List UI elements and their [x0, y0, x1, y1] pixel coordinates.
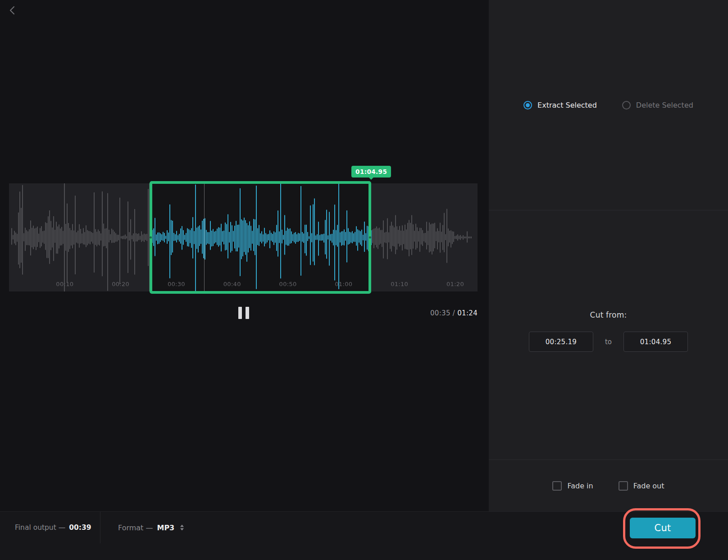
selection-tooltip-value: 01:04.95 [355, 168, 387, 175]
editor-main: 00:1000:2000:3000:4000:5001:0001:1001:20… [0, 0, 489, 511]
extract-selected-option[interactable]: Extract Selected [523, 101, 597, 109]
cut-range-row: to [529, 332, 688, 352]
checkbox-unchecked-icon [552, 481, 562, 491]
checkbox-unchecked-icon [619, 481, 628, 491]
footer-bar: Final output — 00:39 Format — MP3 Cut [0, 511, 728, 560]
format-stepper-icon[interactable] [180, 525, 184, 531]
stepper-down-icon [180, 528, 184, 531]
cut-button[interactable]: Cut [630, 518, 696, 538]
format-selector[interactable]: Format — MP3 [118, 524, 184, 532]
selection-left-handle[interactable] [150, 237, 152, 239]
final-output-label: Final output — [15, 524, 65, 532]
fade-in-label: Fade in [567, 482, 593, 490]
total-time: 01:24 [457, 309, 478, 317]
selection-region[interactable] [150, 181, 371, 294]
final-output-value: 00:39 [69, 524, 91, 532]
options-sidebar: Extract Selected Delete Selected Cut fro… [489, 0, 728, 511]
footer-divider [100, 512, 100, 543]
playback-time: 00:35 / 01:24 [430, 309, 478, 317]
audio-cutter-app: 00:1000:2000:3000:4000:5001:0001:1001:20… [0, 0, 728, 560]
cut-start-input[interactable] [529, 332, 593, 352]
cut-from-label: Cut from: [590, 310, 627, 319]
time-separator: / [453, 309, 457, 317]
current-time: 00:35 [430, 309, 450, 317]
cut-range-section: Cut from: to [489, 210, 728, 460]
cut-action: Cut [630, 518, 696, 538]
back-button[interactable] [5, 4, 20, 18]
fade-in-checkbox[interactable]: Fade in [552, 481, 593, 491]
delete-selected-label: Delete Selected [636, 101, 693, 109]
format-label: Format — [118, 524, 153, 532]
selection-tooltip: 01:04.95 [351, 166, 391, 178]
pause-icon [238, 307, 242, 319]
delete-selected-option[interactable]: Delete Selected [622, 101, 693, 109]
pause-icon [246, 307, 249, 319]
selection-right-handle[interactable] [369, 237, 371, 239]
fade-section: Fade in Fade out [489, 460, 728, 511]
fade-out-checkbox[interactable]: Fade out [619, 481, 664, 491]
tooltip-arrow-icon [369, 178, 373, 180]
extract-selected-label: Extract Selected [537, 101, 597, 109]
radio-checked-icon [523, 101, 532, 109]
fade-out-label: Fade out [633, 482, 664, 490]
stepper-up-icon [180, 525, 184, 527]
waveform[interactable]: 00:1000:2000:3000:4000:5001:0001:1001:20… [9, 183, 478, 291]
to-label: to [605, 338, 612, 346]
mode-section: Extract Selected Delete Selected [489, 0, 728, 210]
final-output: Final output — 00:39 [15, 524, 91, 532]
cut-end-input[interactable] [623, 332, 688, 352]
radio-unchecked-icon [622, 101, 631, 109]
format-value: MP3 [157, 524, 174, 532]
back-chevron-icon [7, 5, 18, 16]
pause-button[interactable] [237, 306, 251, 319]
